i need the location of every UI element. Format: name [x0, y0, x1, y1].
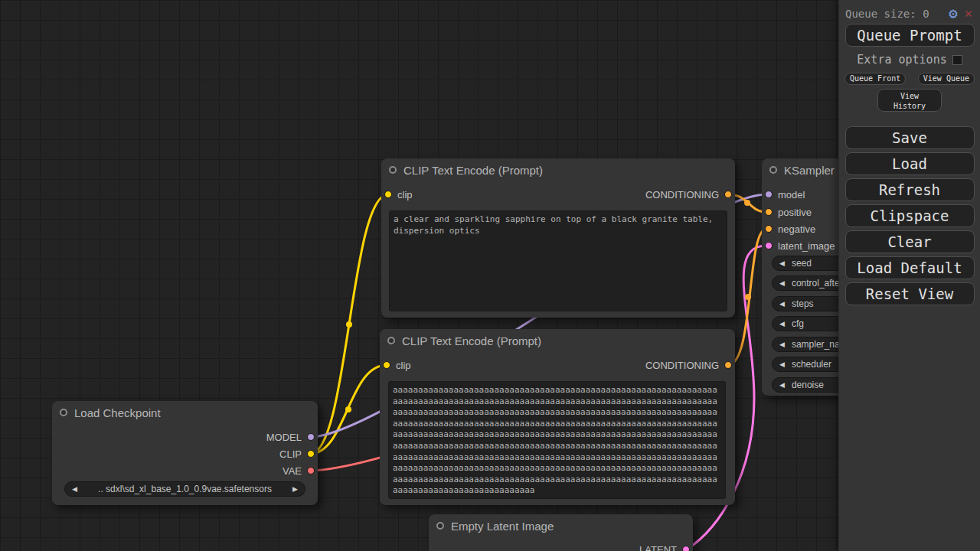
- node-empty-latent-image[interactable]: Empty Latent Image LATENT: [429, 514, 693, 551]
- latent-output-dot[interactable]: [682, 546, 690, 551]
- collapse-dot[interactable]: [436, 522, 444, 530]
- output-port-conditioning: CONDITIONING: [645, 189, 732, 200]
- node-title: Empty Latent Image: [451, 520, 554, 533]
- widget-label: seed: [792, 258, 812, 269]
- menu-header: Queue size: 0 ⚙ ✕: [839, 0, 980, 21]
- close-icon[interactable]: ✕: [965, 7, 972, 20]
- queue-prompt-button[interactable]: Queue Prompt: [845, 24, 975, 47]
- left-arrow-icon[interactable]: ◀: [72, 485, 77, 493]
- node-title-bar[interactable]: CLIP Text Encode (Prompt): [380, 329, 735, 352]
- latent-input-dot[interactable]: [765, 242, 773, 249]
- input-port-latent-image: latent_image: [765, 240, 835, 251]
- collapse-dot[interactable]: [389, 166, 397, 174]
- port-label: clip: [396, 360, 411, 371]
- view-queue-button[interactable]: View Queue: [918, 73, 975, 85]
- widget-label: cfg: [792, 318, 804, 329]
- input-port-model: model: [765, 189, 805, 200]
- vae-output-dot[interactable]: [307, 467, 315, 474]
- link-midpoint-dot: [346, 321, 352, 328]
- link-midpoint-dot: [745, 294, 751, 300]
- output-port-clip: CLIP: [279, 448, 315, 459]
- save-button[interactable]: Save: [845, 126, 975, 149]
- port-label: clip: [397, 189, 413, 201]
- output-port-model: MODEL: [266, 432, 315, 442]
- reset-view-button[interactable]: Reset View: [845, 282, 975, 305]
- ckpt-name-value: .. sdxl\sd_xl_base_1.0_0.9vae.safetensor…: [77, 484, 292, 494]
- node-title: Load Checkpoint: [74, 406, 161, 419]
- input-port-clip: clip: [384, 189, 413, 200]
- conditioning-output-dot[interactable]: [724, 191, 732, 198]
- model-input-dot[interactable]: [765, 191, 773, 198]
- refresh-button[interactable]: Refresh: [845, 178, 975, 201]
- queue-buttons-row: Queue Front View Queue: [839, 73, 980, 85]
- port-label: CONDITIONING: [645, 189, 719, 201]
- clip-output-dot[interactable]: [307, 450, 315, 458]
- output-port-vae: VAE: [283, 465, 315, 476]
- left-arrow-icon[interactable]: ◀: [779, 259, 785, 267]
- extra-options-checkbox[interactable]: [952, 55, 962, 65]
- widget-label: scheduler: [792, 359, 831, 370]
- node-title-bar[interactable]: CLIP Text Encode (Prompt): [381, 158, 735, 181]
- left-arrow-icon[interactable]: ◀: [779, 381, 785, 389]
- view-history-label: View History: [890, 91, 929, 111]
- link-midpoint-dot: [345, 406, 351, 412]
- port-label: model: [778, 189, 805, 201]
- load-default-button[interactable]: Load Default: [845, 256, 975, 279]
- port-label: LATENT: [639, 544, 677, 551]
- port-label: CLIP: [279, 448, 302, 460]
- queue-front-button[interactable]: Queue Front: [844, 73, 906, 85]
- input-port-clip: clip: [383, 360, 411, 370]
- link-midpoint-dot: [744, 200, 750, 206]
- left-arrow-icon[interactable]: ◀: [779, 360, 785, 368]
- view-history-button[interactable]: View History: [877, 89, 942, 112]
- prompt-textarea[interactable]: aaaaaaaaaaaaaaaaaaaaaaaaaaaaaaaaaaaaaaaa…: [388, 381, 726, 499]
- clipspace-button[interactable]: Clipspace: [845, 204, 975, 227]
- left-arrow-icon[interactable]: ◀: [779, 300, 785, 308]
- negative-input-dot[interactable]: [765, 225, 773, 233]
- settings-gear-icon[interactable]: ⚙: [949, 6, 957, 21]
- conditioning-output-dot[interactable]: [724, 361, 732, 369]
- port-label: CONDITIONING: [645, 360, 719, 371]
- input-port-positive: positive: [765, 207, 812, 217]
- node-load-checkpoint[interactable]: Load Checkpoint MODEL CLIP VAE ◀ .. sdxl…: [52, 401, 318, 505]
- load-button[interactable]: Load: [845, 152, 975, 175]
- left-arrow-icon[interactable]: ◀: [779, 279, 785, 287]
- node-clip-text-encode-negative[interactable]: CLIP Text Encode (Prompt) clip CONDITION…: [380, 329, 735, 505]
- right-arrow-icon[interactable]: ▶: [292, 485, 298, 493]
- collapse-dot[interactable]: [769, 166, 777, 174]
- output-port-conditioning: CONDITIONING: [645, 360, 732, 370]
- left-arrow-icon[interactable]: ◀: [779, 320, 785, 328]
- port-label: VAE: [283, 465, 302, 477]
- port-label: negative: [778, 223, 815, 235]
- node-clip-text-encode-positive[interactable]: CLIP Text Encode (Prompt) clip CONDITION…: [381, 158, 735, 318]
- left-arrow-icon[interactable]: ◀: [779, 341, 785, 348]
- widget-label: steps: [792, 298, 814, 309]
- port-label: positive: [778, 207, 812, 218]
- node-title-bar[interactable]: Load Checkpoint: [52, 401, 318, 424]
- output-port-latent: LATENT: [639, 544, 690, 551]
- menu-panel: Queue size: 0 ⚙ ✕ Queue Prompt Extra opt…: [838, 0, 980, 551]
- queue-size-label: Queue size: 0: [845, 8, 929, 20]
- prompt-textarea[interactable]: a clear and sparkling sapphire on top of…: [389, 210, 727, 311]
- node-title-bar[interactable]: Empty Latent Image: [429, 514, 693, 537]
- extra-options-row: Extra options: [839, 53, 980, 67]
- clear-button[interactable]: Clear: [845, 230, 975, 253]
- extra-options-label: Extra options: [857, 53, 946, 67]
- node-title: KSampler: [784, 164, 835, 177]
- collapse-dot[interactable]: [60, 409, 67, 416]
- node-title: CLIP Text Encode (Prompt): [403, 164, 543, 177]
- clip-input-dot[interactable]: [383, 361, 390, 369]
- widget-label: denoise: [792, 380, 824, 390]
- port-label: latent_image: [778, 240, 835, 252]
- clip-input-dot[interactable]: [384, 191, 392, 198]
- port-label: MODEL: [266, 432, 302, 443]
- positive-input-dot[interactable]: [765, 208, 773, 216]
- collapse-dot[interactable]: [387, 337, 395, 344]
- model-output-dot[interactable]: [307, 433, 315, 441]
- ckpt-name-combo[interactable]: ◀ .. sdxl\sd_xl_base_1.0_0.9vae.safetens…: [64, 481, 305, 497]
- node-title: CLIP Text Encode (Prompt): [402, 334, 541, 347]
- input-port-negative: negative: [765, 223, 815, 234]
- node-canvas[interactable]: CLIP Text Encode (Prompt) clip CONDITION…: [0, 0, 980, 551]
